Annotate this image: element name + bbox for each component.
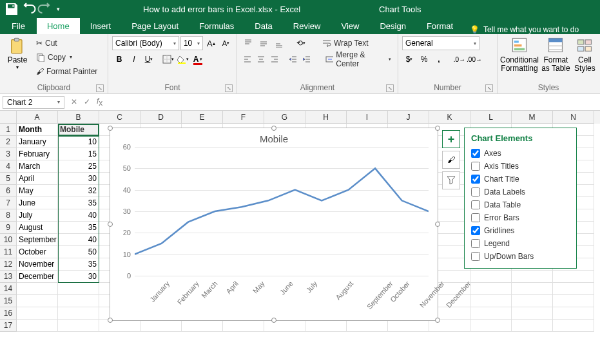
conditional-formatting-button[interactable]: Conditional Formatting [501, 36, 537, 82]
column-header[interactable]: J [388, 111, 429, 124]
column-header[interactable]: N [553, 111, 594, 124]
row-header[interactable]: 12 [0, 258, 17, 271]
cut-button[interactable]: ✂Cut [34, 36, 100, 50]
checkbox[interactable] [471, 239, 480, 248]
column-header[interactable]: E [182, 111, 223, 124]
comma-format-icon[interactable]: , [432, 52, 446, 66]
cell[interactable] [470, 283, 512, 295]
underline-button[interactable]: U▾ [142, 52, 156, 66]
checkbox[interactable] [471, 252, 480, 261]
font-dialog-launcher[interactable]: ⤡ [225, 84, 233, 92]
enter-formula-icon[interactable]: ✓ [84, 97, 90, 106]
row-header[interactable]: 14 [0, 283, 17, 295]
format-painter-button[interactable]: 🖌Format Painter [34, 64, 100, 78]
chart-elements-button[interactable]: + [442, 130, 460, 148]
increase-decimal-icon[interactable]: .0→ [452, 52, 467, 66]
tab-review[interactable]: Review [283, 18, 331, 34]
fx-icon[interactable]: fx [97, 97, 102, 108]
name-box[interactable]: Chart 2▾ [3, 96, 64, 109]
row-header[interactable]: 15 [0, 295, 17, 307]
resize-handle[interactable] [108, 126, 113, 131]
accounting-format-icon[interactable]: $▾ [402, 52, 416, 66]
cell[interactable] [388, 320, 429, 332]
chart-element-option[interactable]: Axes [471, 147, 570, 160]
column-header[interactable]: I [347, 111, 388, 124]
increase-font-icon[interactable]: A▴ [204, 36, 218, 50]
cell[interactable] [470, 271, 512, 283]
cell[interactable]: Month [17, 124, 58, 136]
cell[interactable] [553, 320, 594, 332]
row-header[interactable]: 6 [0, 185, 17, 197]
chart-object[interactable]: Mobile 0102030405060 JanuaryFebruaryMarc… [110, 128, 438, 321]
select-all-corner[interactable] [0, 111, 17, 124]
tab-page-layout[interactable]: Page Layout [121, 18, 189, 34]
row-header[interactable]: 13 [0, 271, 17, 283]
cell[interactable]: 35 [58, 197, 99, 209]
cell[interactable]: May [17, 185, 58, 197]
column-header[interactable]: H [305, 111, 347, 124]
cell[interactable] [182, 320, 223, 332]
cell[interactable]: March [17, 160, 58, 173]
row-header[interactable]: 7 [0, 197, 17, 209]
cell[interactable]: Mobile [58, 124, 99, 136]
column-header[interactable]: K [429, 111, 470, 124]
resize-handle[interactable] [271, 126, 276, 131]
cell[interactable]: 30 [58, 173, 99, 185]
copy-button[interactable]: Copy▾ [34, 50, 100, 64]
undo-icon[interactable] [21, 1, 36, 17]
chart-plot-area[interactable]: 0102030405060 [135, 147, 429, 276]
row-header[interactable]: 5 [0, 173, 17, 185]
cell[interactable]: 30 [58, 271, 99, 283]
align-top-icon[interactable] [241, 36, 255, 50]
cell[interactable]: October [17, 246, 58, 258]
save-icon[interactable] [4, 1, 19, 17]
cell[interactable]: November [17, 258, 58, 271]
qat-customize-icon[interactable]: ▾ [54, 1, 62, 17]
cell[interactable]: 35 [58, 222, 99, 234]
column-header[interactable]: B [58, 111, 99, 124]
column-header[interactable]: L [470, 111, 512, 124]
row-header[interactable]: 9 [0, 222, 17, 234]
percent-format-icon[interactable]: % [417, 52, 431, 66]
font-color-button[interactable]: A▾ [191, 52, 205, 66]
resize-handle[interactable] [271, 318, 276, 323]
checkbox[interactable] [471, 226, 480, 235]
cell[interactable] [58, 320, 99, 332]
tab-home[interactable]: Home [37, 18, 80, 34]
cell[interactable]: February [17, 148, 58, 160]
cell[interactable] [264, 320, 305, 332]
cell[interactable] [470, 307, 512, 320]
align-right-icon[interactable] [268, 52, 281, 66]
merge-center-button[interactable]: Merge & Center▾ [323, 52, 394, 66]
cell[interactable] [58, 307, 99, 320]
cell[interactable]: 25 [58, 160, 99, 173]
alignment-dialog-launcher[interactable]: ⤡ [386, 84, 394, 92]
tell-me-search[interactable]: 💡 Tell me what you want to do [463, 25, 585, 34]
column-header[interactable]: G [264, 111, 305, 124]
cell[interactable] [553, 307, 594, 320]
cell[interactable] [512, 307, 553, 320]
cell[interactable] [512, 283, 553, 295]
chart-element-option[interactable]: Chart Title [471, 173, 570, 186]
checkbox[interactable] [471, 162, 480, 171]
row-header[interactable]: 11 [0, 246, 17, 258]
cell[interactable] [305, 320, 347, 332]
cell[interactable] [512, 320, 553, 332]
chart-styles-button[interactable]: 🖌 [442, 151, 460, 169]
checkbox[interactable] [471, 149, 480, 158]
cell[interactable]: 50 [58, 246, 99, 258]
cell[interactable] [470, 295, 512, 307]
cell[interactable] [553, 271, 594, 283]
chart-element-option[interactable]: Up/Down Bars [471, 250, 570, 263]
format-as-table-button[interactable]: Format as Table [540, 36, 572, 82]
cell[interactable]: September [17, 234, 58, 246]
cell[interactable]: July [17, 209, 58, 222]
column-header[interactable]: C [99, 111, 140, 124]
cell[interactable]: 15 [58, 148, 99, 160]
chart-element-option[interactable]: Error Bars [471, 211, 570, 224]
checkbox[interactable] [471, 175, 480, 184]
font-name-combo[interactable]: Calibri (Body)▾ [112, 36, 179, 50]
cell[interactable]: April [17, 173, 58, 185]
fill-color-button[interactable]: ▾ [176, 52, 190, 66]
cell[interactable]: 35 [58, 258, 99, 271]
